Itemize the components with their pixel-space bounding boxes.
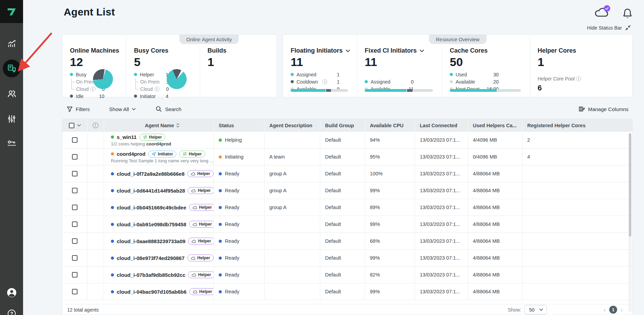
row-checkbox[interactable] bbox=[72, 221, 77, 227]
sidebar-item-help[interactable]: ? bbox=[0, 305, 23, 315]
table-row: s_win11Helper1/2 cores helping coord4pro… bbox=[62, 132, 632, 149]
notifications-bell-icon[interactable] bbox=[623, 8, 632, 19]
badge-label: Helper bbox=[199, 205, 212, 210]
metric-value: 12 bbox=[70, 56, 119, 68]
agent-dot bbox=[111, 152, 114, 155]
info-icon[interactable]: i bbox=[155, 87, 159, 91]
assigned-dot bbox=[291, 73, 294, 76]
row-checkbox[interactable] bbox=[72, 137, 77, 143]
metric-title-row[interactable]: Fixed CI Initiators bbox=[365, 47, 435, 54]
status-indicator: Initiating bbox=[219, 154, 243, 160]
table-row: cloud_i-08e973f74ed290867HelperReadyDefa… bbox=[62, 250, 632, 267]
status-cell: Ready bbox=[214, 199, 264, 216]
status-indicator: Ready bbox=[219, 171, 239, 176]
sidebar-item-licenses[interactable] bbox=[0, 135, 23, 153]
agent-name-line: coord4prodInitiatorHelper bbox=[111, 151, 205, 158]
chevron-down-icon bbox=[346, 50, 350, 52]
status-dot bbox=[219, 139, 222, 142]
sort-icon[interactable] bbox=[176, 123, 179, 128]
select-menu-chevron-icon[interactable] bbox=[77, 124, 81, 127]
show-all-label: Show All bbox=[109, 106, 129, 112]
metric-busy-cores: Busy Cores 5 Helper 1 On Prem 1 Cloud i … bbox=[126, 35, 199, 97]
row-checkbox[interactable] bbox=[72, 171, 77, 176]
vertical-scrollbar[interactable] bbox=[629, 133, 632, 312]
info-icon[interactable]: i bbox=[576, 76, 581, 81]
description-cell bbox=[264, 283, 320, 300]
scrollbar-thumb[interactable] bbox=[629, 133, 631, 237]
row-checkbox[interactable] bbox=[72, 188, 77, 193]
registered-helper-cores-cell bbox=[522, 182, 632, 199]
sidebar-item-agents-active[interactable] bbox=[0, 59, 23, 77]
metric-title: Fixed CI Initiators bbox=[365, 47, 417, 54]
row-checkbox[interactable] bbox=[72, 272, 77, 278]
select-all-checkbox[interactable] bbox=[69, 123, 74, 128]
helper-cloud-badge: Helper bbox=[189, 221, 214, 228]
status-indicator: Ready bbox=[219, 205, 239, 210]
agent-subtitle: 1/2 cores helping coord4prod bbox=[111, 141, 171, 146]
status-indicator: Ready bbox=[219, 221, 239, 227]
column-header-description[interactable]: Agent Description bbox=[264, 119, 320, 132]
row-checkbox[interactable] bbox=[72, 238, 77, 244]
sidebar-item-users[interactable] bbox=[0, 85, 23, 102]
last-connected-cell: 13/03/2023 07:1... bbox=[415, 216, 468, 232]
online-agent-activity-card: Online Agent Activity Online Machines 12… bbox=[62, 34, 277, 97]
column-header-used-helpers[interactable]: Used Helpers Ca... bbox=[468, 119, 522, 132]
row-checkbox[interactable] bbox=[72, 255, 77, 261]
assigned-dot bbox=[365, 80, 368, 83]
column-header-registered-helper-cores[interactable]: Registered Helper Cores bbox=[522, 119, 632, 132]
fixed-ci-progress-bar bbox=[365, 89, 433, 92]
agent-name-line: s_win11Helper bbox=[111, 134, 165, 141]
prev-page-button[interactable]: ‹ bbox=[604, 307, 606, 313]
metric-value: 1 bbox=[208, 56, 270, 68]
info-icon[interactable]: i bbox=[91, 87, 95, 91]
last-connected-cell: 13/03/2023 07:1... bbox=[415, 165, 468, 182]
helper-cloud-badge: Helper bbox=[189, 204, 214, 211]
sidebar-item-dashboard[interactable] bbox=[0, 34, 23, 52]
sidebar-item-profile[interactable] bbox=[0, 284, 23, 302]
agent-name: cloud_i-0d6441d144f95ab28 bbox=[117, 188, 185, 194]
description-cell: group A bbox=[264, 182, 320, 199]
cloud-icon bbox=[191, 239, 196, 243]
column-header-agent-name[interactable]: Agent Name bbox=[104, 119, 214, 132]
filters-button[interactable]: Filters bbox=[67, 106, 90, 112]
busy-cores-pie-chart bbox=[167, 69, 187, 89]
metric-value: 11 bbox=[291, 56, 350, 68]
agent-dot bbox=[111, 189, 114, 192]
metric-value: 50 bbox=[450, 56, 523, 68]
row-checkbox[interactable] bbox=[72, 289, 77, 294]
agent-name-line: cloud_i-04bac907d105ab6b6Helper bbox=[111, 288, 214, 295]
cloud-status-button[interactable] bbox=[594, 7, 610, 20]
legend-label: Assigned bbox=[297, 72, 316, 77]
table-body: s_win11Helper1/2 cores helping coord4pro… bbox=[62, 132, 632, 300]
info-icon[interactable]: i bbox=[322, 79, 327, 84]
page-size-select[interactable]: 50 bbox=[524, 305, 547, 314]
column-header-last-connected[interactable]: Last Connected bbox=[415, 119, 468, 132]
license-key-icon bbox=[7, 139, 17, 149]
agent-name: cloud_i-04bac907d105ab6b6 bbox=[117, 289, 187, 295]
helper-cloud-badge: Helper bbox=[188, 187, 214, 194]
column-header-status[interactable]: Status bbox=[214, 119, 264, 132]
manage-columns-button[interactable]: Manage Columns bbox=[579, 106, 629, 112]
column-header-available-cpu[interactable]: Available CPU bbox=[365, 119, 415, 132]
badge-label: Helper bbox=[198, 239, 211, 243]
sidebar-item-settings[interactable] bbox=[0, 110, 23, 128]
column-header-build-group[interactable]: Build Group bbox=[320, 119, 365, 132]
agent-name-cell: s_win11Helper1/2 cores helping coord4pro… bbox=[104, 132, 214, 148]
app-logo[interactable] bbox=[0, 0, 23, 23]
agent-name-line: cloud_i-0b0451669c49cbdeeHelper bbox=[111, 204, 214, 211]
show-all-dropdown[interactable]: Show All bbox=[109, 106, 136, 112]
row-select-cell bbox=[62, 165, 87, 182]
row-checkbox[interactable] bbox=[72, 154, 77, 160]
row-select-cell bbox=[62, 250, 87, 266]
initiator-dot bbox=[134, 95, 137, 98]
next-page-button[interactable]: › bbox=[621, 307, 623, 313]
table-row: cloud_i-0ab91e098db759458HelperReadyDefa… bbox=[62, 216, 632, 233]
cloud-icon bbox=[193, 206, 197, 209]
build-group-cell: Default bbox=[320, 250, 365, 266]
row-checkbox[interactable] bbox=[72, 205, 77, 210]
cloud-check-badge bbox=[604, 5, 610, 12]
search-input[interactable]: Search bbox=[156, 106, 181, 112]
hide-status-bar-button[interactable]: Hide Status Bar bbox=[587, 25, 631, 31]
metric-title-row[interactable]: Floating Initiators bbox=[291, 47, 350, 54]
row-select-cell bbox=[62, 182, 87, 199]
